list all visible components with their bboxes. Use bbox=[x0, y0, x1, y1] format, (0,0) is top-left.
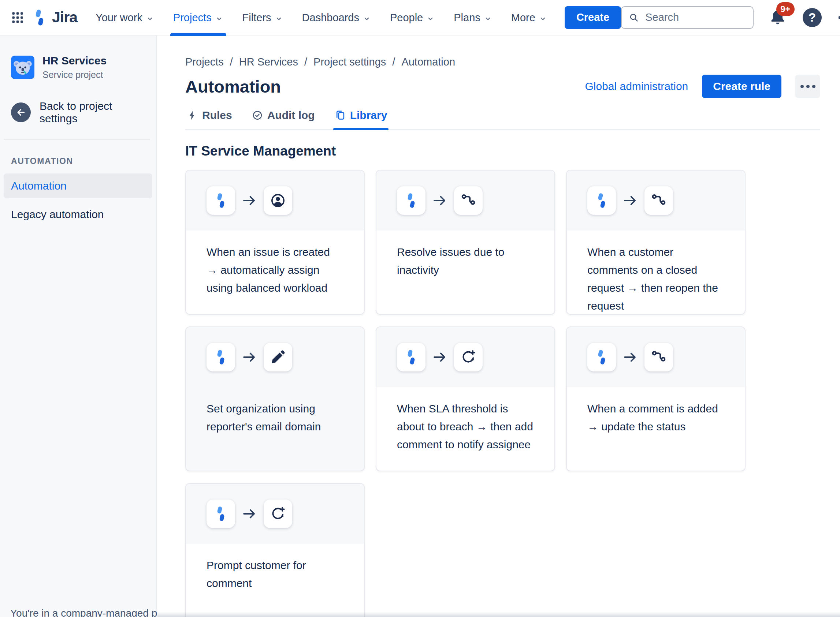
jira-automation-icon bbox=[213, 506, 229, 522]
nav-item-filters[interactable]: Filters bbox=[233, 0, 293, 35]
sidebar-item-automation[interactable]: Automation bbox=[4, 173, 152, 198]
notifications-button[interactable]: 9+ bbox=[768, 7, 788, 28]
search-field[interactable] bbox=[621, 6, 754, 29]
tab-label: Library bbox=[350, 109, 387, 121]
breadcrumb-item-hr-services[interactable]: HR Services bbox=[239, 56, 298, 68]
trigger-tile bbox=[587, 343, 616, 372]
tab-library[interactable]: Library bbox=[333, 109, 389, 129]
lightning-icon bbox=[187, 110, 198, 121]
trigger-tile bbox=[207, 343, 235, 372]
card-title: When a comment is added → update the sta… bbox=[567, 387, 745, 435]
card-icon-strip bbox=[567, 327, 745, 387]
library-section-title: IT Service Management bbox=[185, 143, 820, 159]
tab-bar: RulesAudit logLibrary bbox=[185, 109, 820, 130]
jira-mark-icon bbox=[31, 9, 48, 27]
chevron-down-icon bbox=[215, 13, 223, 23]
create-rule-button[interactable]: Create rule bbox=[702, 75, 781, 98]
settings-button[interactable] bbox=[836, 7, 840, 28]
trigger-tile bbox=[587, 186, 616, 215]
chevron-down-icon bbox=[362, 13, 371, 23]
ellipsis-icon bbox=[800, 85, 815, 88]
branch-icon bbox=[651, 349, 667, 365]
jira-automation-icon bbox=[593, 349, 610, 365]
more-options-button[interactable] bbox=[795, 75, 820, 98]
card-icon-strip bbox=[376, 327, 555, 387]
nav-item-label: More bbox=[511, 12, 535, 24]
nav-item-dashboards[interactable]: Dashboards bbox=[293, 0, 380, 35]
action-tile bbox=[645, 186, 673, 215]
breadcrumb-item-automation[interactable]: Automation bbox=[401, 56, 455, 68]
breadcrumb-separator: / bbox=[304, 56, 307, 68]
breadcrumb: Projects/HR Services/Project settings/Au… bbox=[185, 56, 820, 68]
branch-icon bbox=[460, 192, 476, 209]
card-title: Prompt customer for comment bbox=[186, 544, 364, 592]
sidebar-item-legacy-automation[interactable]: Legacy automation bbox=[4, 202, 152, 227]
main-content: Projects/HR Services/Project settings/Au… bbox=[157, 35, 840, 617]
sidebar-item-label: Automation bbox=[11, 180, 67, 192]
nav-item-plans[interactable]: Plans bbox=[444, 0, 502, 35]
automation-template-card[interactable]: When a comment is added → update the sta… bbox=[566, 326, 745, 471]
search-input[interactable] bbox=[645, 11, 746, 24]
jira-automation-icon bbox=[593, 192, 610, 209]
breadcrumb-separator: / bbox=[230, 56, 233, 68]
tab-rules[interactable]: Rules bbox=[185, 109, 234, 129]
top-nav-right: 9+ ? bbox=[621, 6, 840, 29]
automation-template-card[interactable]: Prompt customer for comment bbox=[185, 483, 365, 617]
header-actions: Global administration Create rule bbox=[585, 75, 820, 98]
sidebar-item-label: Legacy automation bbox=[11, 208, 104, 221]
sidebar-section-label: AUTOMATION bbox=[11, 156, 156, 166]
nav-item-more[interactable]: More bbox=[502, 0, 557, 35]
nav-item-label: Filters bbox=[243, 12, 271, 24]
card-icon-strip bbox=[186, 484, 364, 544]
breadcrumb-item-projects[interactable]: Projects bbox=[185, 56, 224, 68]
search-icon bbox=[629, 12, 639, 23]
question-mark-icon: ? bbox=[803, 8, 822, 27]
help-button[interactable]: ? bbox=[802, 7, 822, 28]
chevron-down-icon bbox=[484, 13, 492, 23]
card-icon-strip bbox=[567, 171, 745, 230]
trigger-tile bbox=[207, 186, 235, 215]
jira-logo[interactable]: Jira bbox=[31, 9, 77, 27]
project-type-note: You're in a company-managed project bbox=[10, 608, 182, 617]
chevron-down-icon bbox=[539, 13, 547, 23]
global-administration-link[interactable]: Global administration bbox=[585, 80, 688, 93]
tab-label: Rules bbox=[202, 109, 232, 121]
chevron-down-icon bbox=[146, 13, 154, 23]
jira-automation-icon bbox=[403, 349, 419, 365]
automation-template-card[interactable]: When a customer comments on a closed req… bbox=[566, 170, 745, 315]
automation-template-card[interactable]: When an issue is created → automatically… bbox=[185, 170, 365, 315]
arrow-right-icon bbox=[242, 193, 257, 208]
automation-template-card[interactable]: When SLA threshold is about to breach → … bbox=[376, 326, 555, 471]
card-title: Set organization using reporter's email … bbox=[186, 387, 364, 435]
app-switcher-icon[interactable] bbox=[10, 7, 25, 28]
nav-item-people[interactable]: People bbox=[380, 0, 444, 35]
nav-item-projects[interactable]: Projects bbox=[164, 0, 233, 35]
automation-template-card[interactable]: Set organization using reporter's email … bbox=[185, 326, 365, 471]
arrow-right-icon bbox=[432, 350, 447, 365]
jira-automation-icon bbox=[213, 349, 229, 365]
card-title: Resolve issues due to inactivity bbox=[376, 230, 555, 279]
automation-template-card[interactable]: Resolve issues due to inactivity bbox=[376, 170, 555, 315]
trigger-tile bbox=[397, 343, 426, 372]
notification-badge: 9+ bbox=[776, 2, 794, 16]
create-button[interactable]: Create bbox=[565, 6, 621, 29]
card-icon-strip bbox=[186, 327, 364, 387]
pencil-icon bbox=[270, 349, 286, 365]
tab-audit-log[interactable]: Audit log bbox=[250, 109, 316, 129]
nav-item-your-work[interactable]: Your work bbox=[86, 0, 164, 35]
project-name: HR Services bbox=[43, 55, 106, 67]
nav-item-label: People bbox=[390, 12, 423, 24]
add-comment-icon bbox=[460, 349, 476, 365]
card-title: When an issue is created → automatically… bbox=[186, 230, 364, 297]
arrow-right-icon bbox=[623, 193, 638, 208]
breadcrumb-item-project-settings[interactable]: Project settings bbox=[314, 56, 386, 68]
action-tile bbox=[264, 186, 292, 215]
nav-item-label: Dashboards bbox=[302, 12, 359, 24]
arrow-right-icon bbox=[623, 350, 638, 365]
action-tile bbox=[645, 343, 673, 372]
action-tile bbox=[264, 343, 292, 372]
back-to-project-settings[interactable]: Back to project settings bbox=[11, 100, 150, 125]
gear-icon bbox=[837, 9, 840, 27]
project-avatar bbox=[11, 56, 34, 79]
primary-nav: Your workProjectsFiltersDashboardsPeople… bbox=[86, 0, 557, 35]
